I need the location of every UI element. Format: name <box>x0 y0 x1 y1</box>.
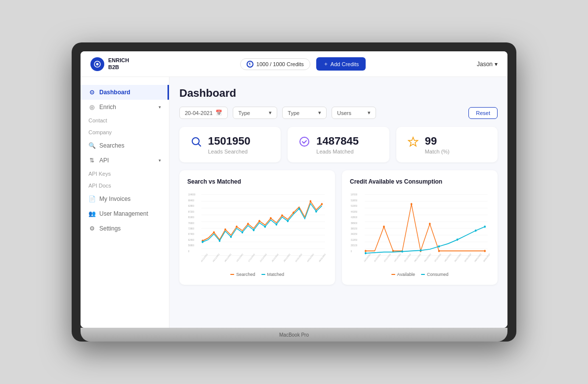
svg-text:92800: 92800 <box>188 204 194 208</box>
sidebar-item-company: Company <box>81 126 169 138</box>
svg-point-92 <box>457 238 459 241</box>
leads-matched-value: 1487845 <box>316 135 359 148</box>
stat-card-leads-matched: 1487845 Leads Matched <box>288 127 389 162</box>
sidebar-item-enrich[interactable]: ◎ Enrich ▾ <box>81 100 169 115</box>
chevron-down-icon: ▾ <box>269 110 272 116</box>
api-icon: ⇅ <box>88 157 95 164</box>
svg-text:01/11/2021: 01/11/2021 <box>201 252 209 263</box>
credits-badge: € 1000 / 1000 Credits <box>240 58 310 70</box>
svg-text:02/01/2022: 02/01/2022 <box>464 252 472 263</box>
svg-text:418600: 418600 <box>351 216 358 219</box>
legend-matched: Matched <box>261 272 285 277</box>
svg-point-30 <box>236 226 238 228</box>
svg-point-91 <box>438 245 440 248</box>
sidebar-item-searches[interactable]: 🔍 Searches <box>81 138 169 153</box>
reset-button[interactable]: Reset <box>468 107 498 119</box>
legend-available: Available <box>391 272 415 277</box>
svg-text:21/11/2021: 21/11/2021 <box>259 252 267 263</box>
svg-point-94 <box>484 226 486 228</box>
svg-point-29 <box>224 229 226 231</box>
svg-text:104000: 104000 <box>188 193 196 196</box>
date-picker[interactable]: 20-04-2021 📅 <box>179 107 228 119</box>
chevron-down-icon: ▾ <box>318 110 321 116</box>
svg-text:19/12/2021: 19/12/2021 <box>444 252 452 263</box>
chart-search-matched-area: 104000 98400 92800 87200 81600 76000 728… <box>187 190 327 269</box>
svg-text:30/01/2022: 30/01/2022 <box>483 252 490 263</box>
svg-text:311850: 311850 <box>351 238 358 241</box>
charts-row: Search vs Matched 104000 98400 92800 872… <box>179 170 498 285</box>
svg-point-80 <box>365 250 367 252</box>
leads-searched-value: 1501950 <box>208 135 251 148</box>
user-menu[interactable]: Jason ▾ <box>477 61 498 68</box>
dashboard-icon: ⊙ <box>88 89 95 96</box>
sidebar-item-settings[interactable]: ⚙ Settings <box>81 221 169 236</box>
svg-point-4 <box>300 137 309 146</box>
svg-point-28 <box>213 231 215 233</box>
svg-text:17/11/2021: 17/11/2021 <box>248 252 255 263</box>
svg-text:368150: 368150 <box>351 228 358 230</box>
svg-text:29/11/2021: 29/11/2021 <box>283 252 291 263</box>
svg-point-47 <box>315 210 317 213</box>
top-bar: ENRICH B2B € 1000 / 1000 Credits ＋ Add C… <box>81 51 507 77</box>
match-percent-label: Match (%) <box>425 149 450 154</box>
svg-text:81600: 81600 <box>188 216 194 219</box>
chart-credit-legend: Available Consumed <box>350 272 490 277</box>
credits-label: 1000 / 1000 Credits <box>256 61 304 67</box>
svg-text:28/11/2021: 28/11/2021 <box>414 252 421 263</box>
svg-point-45 <box>287 220 289 223</box>
main-layout: ⊙ Dashboard ◎ Enrich ▾ Contact Company <box>81 77 507 328</box>
svg-text:09/11/2021: 09/11/2021 <box>224 252 232 263</box>
svg-text:07/11/2021: 07/11/2021 <box>383 252 391 263</box>
search-icon <box>189 135 203 149</box>
legend-consumed: Consumed <box>421 272 449 277</box>
enrich-icon: ◎ <box>88 104 95 111</box>
sidebar: ⊙ Dashboard ◎ Enrich ▾ Contact Company <box>81 77 169 328</box>
chevron-down-icon: ▾ <box>159 105 161 110</box>
svg-point-46 <box>298 207 300 210</box>
svg-text:98400: 98400 <box>188 198 194 202</box>
svg-point-41 <box>242 231 244 233</box>
chevron-down-icon: ▾ <box>495 61 498 68</box>
sidebar-item-user-management[interactable]: 👥 User Management <box>81 206 169 221</box>
svg-point-1 <box>96 63 99 65</box>
laptop-base: MacBook Pro <box>81 328 507 342</box>
svg-text:31/10/2021: 31/10/2021 <box>374 252 381 263</box>
svg-point-87 <box>484 250 486 252</box>
svg-text:56800: 56800 <box>188 244 194 247</box>
sidebar-item-my-invoices[interactable]: 📄 My Invoices <box>81 192 169 206</box>
add-credits-button[interactable]: ＋ Add Credits <box>316 57 366 71</box>
sidebar-item-dashboard[interactable]: ⊙ Dashboard <box>81 85 169 100</box>
svg-text:02/01/2021: 02/01/2021 <box>307 252 315 263</box>
type-filter-1[interactable]: Type ▾ <box>233 107 277 119</box>
legend-searched: Searched <box>230 272 255 277</box>
svg-marker-5 <box>408 137 418 146</box>
svg-text:12/12/2021: 12/12/2021 <box>434 252 442 263</box>
leads-searched-label: Leads Searched <box>208 149 251 154</box>
users-filter[interactable]: Users ▾ <box>332 107 376 119</box>
users-icon: 👥 <box>88 210 95 217</box>
svg-point-38 <box>202 241 204 243</box>
type-filter-2[interactable]: Type ▾ <box>282 107 327 119</box>
sidebar-item-api[interactable]: ⇅ API ▾ <box>81 153 169 168</box>
svg-text:87200: 87200 <box>188 210 194 213</box>
svg-point-44 <box>276 223 278 226</box>
svg-point-83 <box>411 203 413 205</box>
chart-credit-area: 167000 519650 510650 441950 418600 39690… <box>350 190 490 269</box>
svg-text:167000: 167000 <box>351 193 358 196</box>
svg-text:26/12/2021: 26/12/2021 <box>454 252 462 263</box>
sidebar-item-api-docs: API Docs <box>81 180 169 192</box>
filters-row: 20-04-2021 📅 Type ▾ Type ▾ Users <box>179 107 498 119</box>
chart-credit-vs-consumption: Credit Available vs Consumption 167000 5… <box>342 170 498 285</box>
svg-line-3 <box>198 144 201 146</box>
svg-text:396900: 396900 <box>351 222 358 225</box>
svg-point-43 <box>264 226 266 228</box>
svg-point-89 <box>401 250 403 253</box>
stat-card-match-percent: 99 Match (%) <box>396 127 498 162</box>
svg-point-39 <box>219 240 221 242</box>
svg-point-42 <box>253 229 255 231</box>
svg-point-36 <box>310 200 312 203</box>
svg-point-88 <box>365 252 367 255</box>
leads-matched-label: Leads Matched <box>316 149 359 154</box>
svg-text:62400: 62400 <box>188 238 194 241</box>
svg-text:06/01/2021: 06/01/2021 <box>319 252 327 263</box>
